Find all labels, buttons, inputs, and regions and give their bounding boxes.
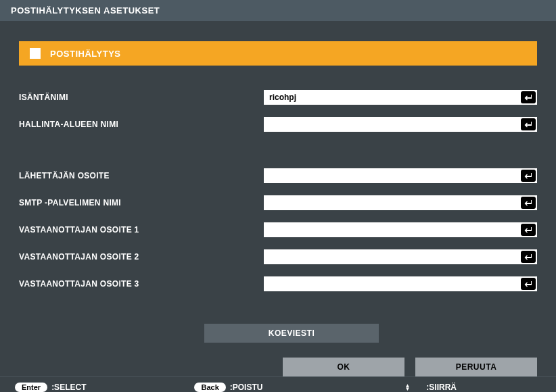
domain-input[interactable] bbox=[264, 117, 521, 132]
back-key-pill: Back bbox=[194, 383, 225, 392]
enter-icon bbox=[521, 224, 536, 236]
spacer bbox=[19, 144, 537, 156]
mail-alert-banner: POSTIHÄLYTYS bbox=[19, 41, 537, 66]
enter-icon bbox=[521, 197, 536, 209]
sender-input-wrap bbox=[264, 168, 537, 183]
hostname-input-wrap bbox=[264, 90, 537, 105]
smtp-label: SMTP -PALVELIMEN NIMI bbox=[19, 198, 264, 207]
ok-button[interactable]: OK bbox=[283, 358, 404, 376]
sender-row: LÄHETTÄJÄN OSOITE bbox=[19, 168, 537, 183]
enter-icon bbox=[521, 170, 536, 182]
smtp-row: SMTP -PALVELIMEN NIMI bbox=[19, 195, 537, 210]
settings-window: POSTIHÄLYTYKSEN ASETUKSET POSTIHÄLYTYS I… bbox=[0, 0, 556, 392]
recipient1-input[interactable] bbox=[264, 222, 521, 237]
recipient1-row: VASTAANOTTAJAN OSOITE 1 bbox=[19, 222, 537, 237]
recipient3-input[interactable] bbox=[264, 276, 521, 291]
cancel-button[interactable]: PERUUTA bbox=[415, 358, 537, 376]
updown-arrows-icon: ▲▼ bbox=[404, 384, 410, 391]
test-message-button[interactable]: KOEVIESTI bbox=[204, 324, 379, 343]
footer-back-group: Back :POISTU bbox=[194, 383, 303, 392]
hostname-label: ISÄNTÄNIMI bbox=[19, 93, 264, 102]
hostname-input[interactable] bbox=[264, 90, 521, 105]
footer-enter-group: Enter :SELECT bbox=[15, 383, 126, 392]
enter-icon bbox=[521, 118, 536, 130]
hostname-row: ISÄNTÄNIMI bbox=[19, 90, 537, 105]
enter-icon bbox=[521, 91, 536, 103]
test-row: KOEVIESTI bbox=[19, 324, 537, 343]
enter-action-label: :SELECT bbox=[51, 383, 86, 392]
domain-row: HALLINTA-ALUEEN NIMI bbox=[19, 117, 537, 132]
smtp-input-wrap bbox=[264, 195, 537, 210]
recipient1-input-wrap bbox=[264, 222, 537, 237]
domain-label: HALLINTA-ALUEEN NIMI bbox=[19, 120, 264, 129]
recipient3-label: VASTAANOTTAJAN OSOITE 3 bbox=[19, 279, 264, 289]
recipient3-input-wrap bbox=[264, 276, 537, 291]
content-area: POSTIHÄLYTYS ISÄNTÄNIMI HALLINTA-ALUEEN … bbox=[0, 21, 556, 376]
recipient2-label: VASTAANOTTAJAN OSOITE 2 bbox=[19, 252, 264, 262]
domain-input-wrap bbox=[264, 117, 537, 132]
sender-label: LÄHETTÄJÄN OSOITE bbox=[19, 171, 264, 180]
recipient1-label: VASTAANOTTAJAN OSOITE 1 bbox=[19, 225, 264, 235]
smtp-input[interactable] bbox=[264, 195, 521, 210]
recipient3-row: VASTAANOTTAJAN OSOITE 3 bbox=[19, 276, 537, 291]
footer-move-group: ▲▼ :SIIRRÄ bbox=[404, 383, 497, 392]
form-rows: ISÄNTÄNIMI HALLINTA-ALUEEN NIMI LÄHETTÄJ… bbox=[19, 90, 537, 291]
window-title: POSTIHÄLYTYKSEN ASETUKSET bbox=[11, 5, 160, 16]
sender-input[interactable] bbox=[264, 168, 521, 183]
recipient2-input-wrap bbox=[264, 249, 537, 264]
recipient2-input[interactable] bbox=[264, 249, 521, 264]
window-title-bar: POSTIHÄLYTYKSEN ASETUKSET bbox=[0, 0, 556, 21]
back-action-label: :POISTU bbox=[230, 383, 263, 392]
enter-icon bbox=[521, 251, 536, 263]
footer-bar: Enter :SELECT Back :POISTU ▲▼ :SIIRRÄ bbox=[0, 376, 556, 392]
move-action-label: :SIIRRÄ bbox=[426, 383, 457, 392]
enter-key-pill: Enter bbox=[15, 383, 47, 392]
mail-alert-checkbox[interactable] bbox=[30, 48, 41, 59]
mail-alert-label: POSTIHÄLYTYS bbox=[50, 49, 120, 59]
action-row: OK PERUUTA bbox=[19, 358, 537, 376]
enter-icon bbox=[521, 278, 536, 290]
recipient2-row: VASTAANOTTAJAN OSOITE 2 bbox=[19, 249, 537, 264]
